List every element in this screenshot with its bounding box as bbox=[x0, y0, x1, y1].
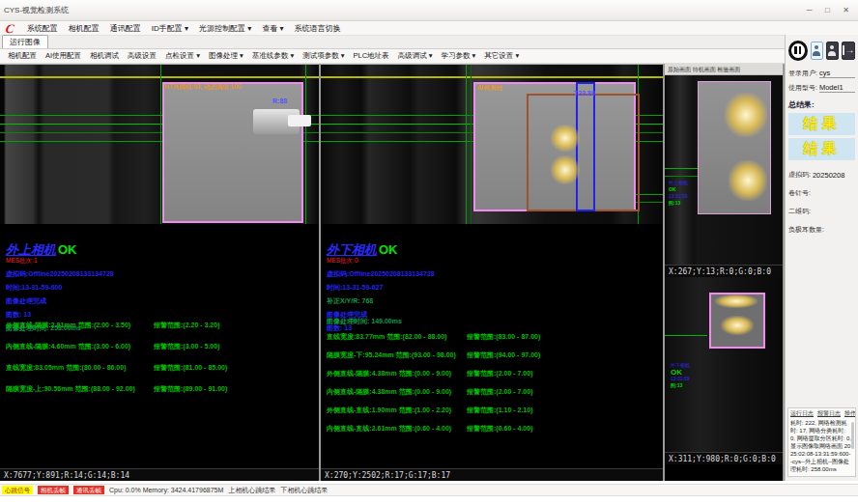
heartbeat-badge: 心跳信号 bbox=[2, 486, 33, 494]
yellow-reference-line bbox=[321, 76, 663, 78]
center-measurement-list: 图像处理时间: 149.00ms 直线宽度:83.77mm 范围:(82.00 … bbox=[327, 317, 661, 442]
maximize-button[interactable]: □ bbox=[819, 4, 836, 16]
aux-view-header: 原始画面 待机画面 检验画面 bbox=[665, 64, 783, 75]
close-button[interactable]: ✕ bbox=[838, 4, 854, 16]
mini-result-ok: OK bbox=[671, 369, 690, 376]
measurement-value: 内侧直线-直线:2.61mm 范围:(0.60 - 4.00) bbox=[327, 424, 467, 442]
menu-item-system-config[interactable]: 系统配置 bbox=[27, 23, 58, 34]
time-line: 时间:13-31-59-627 bbox=[327, 283, 636, 293]
sidebar-buttons: → bbox=[788, 37, 855, 64]
model-row: 使用型号: Model1 bbox=[788, 83, 855, 93]
log-box[interactable]: 运行日志 报警日志 操作日志 耗时: 222, 网络检测耗时: 17, 网络分类… bbox=[787, 407, 856, 477]
minimize-button[interactable]: ─ bbox=[801, 4, 817, 16]
tab-highlight bbox=[551, 155, 580, 184]
switch-user-button[interactable] bbox=[826, 42, 839, 60]
mini-result-text: 外下相机 OK 13:31:59 图:13 bbox=[671, 362, 690, 389]
threshold-note: NT高阈值:93, 动态阈值:100 bbox=[164, 83, 241, 92]
cpu-memory-text: Cpu: 0.0% Memory: 3424.41796875M bbox=[109, 487, 223, 493]
r-value-label: R:88 bbox=[272, 98, 287, 104]
logout-button[interactable]: → bbox=[842, 42, 855, 60]
green-line bbox=[665, 168, 698, 169]
log-scrollbar[interactable] bbox=[851, 422, 854, 449]
aux-bottom-coord-wrap: X:311;Y:980;R:0;G:0;B:0 bbox=[665, 452, 783, 464]
tab-count-label: 负极耳数量: bbox=[788, 225, 824, 235]
camera-drop-badge: 相机丢帧 bbox=[38, 486, 69, 494]
t-value-label: T23.80 bbox=[574, 90, 595, 97]
login-user-button[interactable] bbox=[811, 42, 823, 60]
tool-advanced-settings[interactable]: 高级设置 bbox=[128, 51, 157, 61]
tab-highlight bbox=[729, 160, 767, 201]
menu-item-comm-config[interactable]: 通讯配置 bbox=[110, 23, 141, 34]
correction-line: 补正X/Y/R: 768 bbox=[327, 296, 636, 306]
menu-item-light-control-config[interactable]: 光源控制配置 ▾ bbox=[199, 23, 251, 34]
tool-plc-address-table[interactable]: PLC地址表 bbox=[354, 51, 389, 61]
tab-highlight bbox=[715, 294, 758, 308]
virtual-code-row: 虚拟码: 20250208 bbox=[788, 170, 855, 180]
left-result-text: 外上相机OK MES批次:1 虚拟码:Offline20250208133134… bbox=[6, 241, 315, 333]
measurement-value: 隔膜宽度-上:90.56mm 范围:(88.00 - 92.00) bbox=[6, 384, 154, 406]
menu-item-gripper-config[interactable]: ID手配置 ▾ bbox=[152, 23, 188, 34]
tool-baseline-params[interactable]: 基准线参数 ▾ bbox=[252, 51, 294, 61]
mini-frame: 图:13 bbox=[671, 382, 690, 389]
tool-ai-usage-config[interactable]: AI使用配置 bbox=[45, 51, 81, 61]
tool-other-settings[interactable]: 其它设置 ▾ bbox=[484, 51, 519, 61]
window-title: CYS-视觉检测系统 bbox=[4, 5, 69, 15]
model-value: Model1 bbox=[819, 83, 855, 93]
app-window: CYS-视觉检测系统 ─ □ ✕ C 系统配置 相机配置 通讯配置 ID手配置 … bbox=[0, 0, 858, 504]
measurement-row: 直线宽度:83.77mm 范围:(82.00 - 88.00) 报警范围:(83… bbox=[327, 332, 661, 350]
measurement-value: 外侧直线-直线:1.90mm 范围:(1.00 - 2.20) bbox=[327, 406, 467, 424]
measurement-row: 隔膜宽度-下:95.24mm 范围:(93.00 - 98.00) 报警范围:(… bbox=[327, 350, 661, 369]
camera-view-outer-lower[interactable]: AI检测框 T23.80 外下相机OK MES批次:0 虚拟码:Offline2… bbox=[321, 64, 663, 481]
needle-row: 卷针号: bbox=[788, 188, 855, 198]
result-display-lower: 结果 bbox=[788, 138, 855, 160]
left-pixel-coords: X:7677;Y:891;R:14;G:14;B:14 bbox=[0, 468, 319, 481]
alarm-range: 报警范围:(3.00 - 5.00) bbox=[154, 342, 219, 363]
tool-test-item-params[interactable]: 测试项参数 ▾ bbox=[302, 51, 344, 61]
green-vertical-line bbox=[160, 65, 161, 224]
result-ok: OK bbox=[379, 242, 398, 257]
tool-camera-debug[interactable]: 相机调试 bbox=[90, 51, 119, 61]
measurement-row: 外侧直线-直线:1.90mm 范围:(1.00 - 2.20) 报警范围:(1.… bbox=[327, 406, 661, 424]
measurement-value: 内侧直线-隔膜:4.60mm 范围:(3.00 - 6.00) bbox=[6, 342, 154, 363]
measurement-row: 内侧直线-直线:2.61mm 范围:(0.60 - 4.00) 报警范围:(0.… bbox=[327, 424, 661, 442]
tool-advanced-debug[interactable]: 高级调试 ▾ bbox=[398, 51, 433, 61]
alarm-range: 报警范围:(89.00 - 91.00) bbox=[154, 384, 227, 406]
tab-highlight bbox=[551, 125, 580, 152]
barcode-line: 虚拟码:Offline20250208133134728 bbox=[327, 269, 636, 279]
pause-icon bbox=[799, 46, 802, 54]
log-tab-operation[interactable]: 操作日志 bbox=[844, 409, 856, 418]
measurement-value: 外侧直线-隔膜:2.91mm 范围:(2.00 - 3.50) bbox=[6, 321, 154, 342]
mini-time: 13:31:59 bbox=[669, 193, 688, 200]
tool-learning-params[interactable]: 学习参数 ▾ bbox=[441, 51, 475, 61]
tab-run-image[interactable]: 运行图像 bbox=[2, 35, 48, 48]
user-icon bbox=[828, 45, 837, 56]
alarm-range: 报警范围:(0.60 - 4.00) bbox=[467, 424, 532, 442]
aux-view-top[interactable]: 外上相机 OK 13:31:59 图:13 bbox=[665, 75, 783, 265]
tool-camera-config[interactable]: 相机配置 bbox=[8, 51, 37, 61]
menu-item-language-switch[interactable]: 系统语言切换 bbox=[294, 23, 340, 34]
ai-box-note: AI检测框 bbox=[477, 84, 502, 93]
proc-done-line: 图像处理完成 bbox=[6, 296, 315, 306]
log-tab-alarm[interactable]: 报警日志 bbox=[817, 409, 841, 418]
user-icon bbox=[813, 45, 821, 56]
mini-time: 13:31:59 bbox=[671, 376, 690, 382]
tool-image-processing[interactable]: 图像处理 ▾ bbox=[209, 51, 243, 61]
menu-item-camera-config[interactable]: 相机配置 bbox=[69, 23, 100, 34]
tab-strip: 运行图像 bbox=[0, 36, 858, 49]
aux-view-bottom[interactable]: 外下相机 OK 13:31:59 图:13 bbox=[665, 277, 783, 452]
green-line bbox=[665, 176, 698, 177]
alarm-range: 报警范围:(94.00 - 97.00) bbox=[467, 350, 540, 369]
qr-value bbox=[813, 208, 855, 216]
pause-button[interactable] bbox=[788, 41, 808, 61]
measurement-value: 直线宽度:83.77mm 范围:(82.00 - 88.00) bbox=[327, 332, 467, 350]
measurement-row: 外侧直线-隔膜:4.38mm 范围:(0.00 - 9.00) 报警范围:(2.… bbox=[327, 369, 661, 387]
camera-view-outer-upper[interactable]: NT高阈值:93, 动态阈值:100 R:88 外上相机OK MES批次:1 虚… bbox=[0, 64, 319, 481]
tool-spot-check[interactable]: 点检设置 ▾ bbox=[165, 51, 200, 61]
green-vertical-line bbox=[471, 65, 472, 224]
left-measurement-list: 外侧直线-隔膜:2.91mm 范围:(2.00 - 3.50) 报警范围:(2.… bbox=[6, 321, 315, 406]
login-user-label: 登录用户: bbox=[788, 69, 817, 78]
log-tab-run[interactable]: 运行日志 bbox=[790, 409, 814, 418]
menu-item-view[interactable]: 查看 ▾ bbox=[262, 23, 283, 34]
metal-tab bbox=[288, 115, 311, 126]
camera-name: 外下相机 bbox=[327, 242, 377, 257]
